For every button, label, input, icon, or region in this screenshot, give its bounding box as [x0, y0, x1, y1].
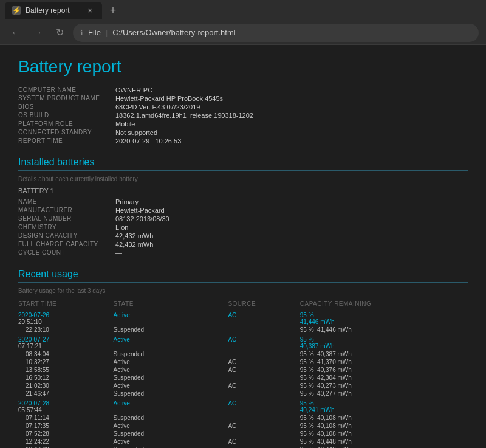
- usage-source: [228, 390, 299, 398]
- usage-source: [228, 414, 299, 422]
- platform-label: PLATFORM ROLE: [18, 120, 115, 128]
- usage-state: Active: [114, 438, 228, 446]
- usage-time: 07:17:35: [18, 422, 114, 430]
- bios-label: BIOS: [18, 103, 115, 111]
- tab-bar: ⚡ Battery report × +: [0, 0, 486, 21]
- usage-row: 21:46:47Suspended95 % 40,277 mWh: [18, 390, 468, 398]
- usage-capacity: 95 % 40,108 mWh: [300, 422, 468, 430]
- battery-info-value: 08132 2013/08/30: [115, 215, 169, 222]
- battery-info-value: LIon: [115, 224, 128, 231]
- battery-info-row: CYCLE COUNT—: [18, 249, 468, 257]
- tab-title: Battery report: [26, 6, 70, 15]
- usage-capacity: 95 %41,446 mWh: [300, 309, 468, 326]
- battery-info-row: SERIAL NUMBER08132 2013/08/30: [18, 215, 468, 222]
- usage-state: Suspended: [114, 390, 228, 398]
- battery-info-table: NAMEPrimaryMANUFACTURERHewlett-PackardSE…: [18, 198, 468, 257]
- tab-close-button[interactable]: ×: [85, 5, 95, 15]
- browser-window: ⚡ Battery report × + ← → ↻ ℹ File | C:/U…: [0, 0, 486, 448]
- usage-capacity: 95 % 40,448 mWh: [300, 446, 468, 448]
- usage-time: 07:52:28: [18, 430, 114, 438]
- battery-info-value: —: [115, 249, 122, 257]
- recent-usage-title: Recent usage: [18, 269, 468, 283]
- usage-col-header: SOURCE: [228, 299, 299, 309]
- usage-state: Active: [114, 382, 228, 390]
- usage-row: 21:02:30ActiveAC95 % 40,273 mWh: [18, 382, 468, 390]
- computer-name-value: OWNER-PC: [115, 86, 152, 94]
- tab-favicon: ⚡: [12, 6, 21, 15]
- reporttime-label: REPORT TIME: [18, 137, 115, 145]
- new-tab-button[interactable]: +: [104, 2, 122, 19]
- reload-button[interactable]: ↻: [51, 24, 68, 41]
- reporttime-date: 2020-07-29: [115, 137, 149, 145]
- usage-col-header: STATE: [114, 299, 228, 309]
- usage-capacity: 95 % 40,108 mWh: [300, 430, 468, 438]
- back-button[interactable]: ←: [7, 24, 24, 41]
- usage-source: AC: [228, 334, 299, 350]
- battery-info-label: CHEMISTRY: [18, 224, 115, 231]
- active-tab[interactable]: ⚡ Battery report ×: [5, 2, 102, 19]
- usage-time: 16:50:12: [18, 374, 114, 382]
- usage-time: 10:32:27: [18, 358, 114, 366]
- usage-source: [228, 350, 299, 358]
- usage-capacity: 95 % 40,387 mWh: [300, 350, 468, 358]
- battery-info-row: FULL CHARGE CAPACITY42,432 mWh: [18, 241, 468, 248]
- usage-col-header: START TIME: [18, 299, 114, 309]
- reporttime-time: 10:26:53: [155, 137, 181, 145]
- usage-capacity: 95 % 41,446 mWh: [300, 326, 468, 334]
- usage-time: 13:58:55: [18, 366, 114, 374]
- usage-state: Active: [114, 398, 228, 414]
- battery-info-label: DESIGN CAPACITY: [18, 232, 115, 240]
- usage-capacity: 95 % 40,273 mWh: [300, 382, 468, 390]
- reporttime-row: REPORT TIME 2020-07-29 10:26:53: [18, 137, 468, 145]
- installed-batteries-title: Installed batteries: [18, 157, 468, 171]
- reporttime-value: 2020-07-29 10:26:53: [115, 137, 181, 145]
- battery-info-row: CHEMISTRYLIon: [18, 224, 468, 231]
- battery-info-row: MANUFACTURERHewlett-Packard: [18, 207, 468, 214]
- usage-time: 21:02:30: [18, 382, 114, 390]
- bios-row: BIOS 68CPD Ver. F.43 07/23/2019: [18, 103, 468, 111]
- usage-row: 10:32:27ActiveAC95 % 41,370 mWh: [18, 358, 468, 366]
- usage-source: AC: [228, 358, 299, 366]
- usage-capacity: 95 % 40,108 mWh: [300, 414, 468, 422]
- usage-time: 22:28:10: [18, 326, 114, 334]
- usage-time: 21:46:47: [18, 390, 114, 398]
- platform-row: PLATFORM ROLE Mobile: [18, 120, 468, 128]
- usage-row: 07:11:14Suspended95 % 40,108 mWh: [18, 414, 468, 422]
- battery-info-value: 42,432 mWh: [115, 232, 153, 240]
- battery-info-label: CYCLE COUNT: [18, 249, 115, 257]
- recent-usage-note: Battery usage for the last 3 days: [18, 288, 468, 294]
- usage-capacity: 95 % 40,376 mWh: [300, 366, 468, 374]
- product-name-value: Hewlett-Packard HP ProBook 4545s: [115, 95, 223, 102]
- battery-info-row: NAMEPrimary: [18, 198, 468, 205]
- usage-capacity: 95 %40,241 mWh: [300, 398, 468, 414]
- battery-info-value: Primary: [115, 198, 139, 205]
- nav-bar: ← → ↻ ℹ File | C:/Users/Owner/battery-re…: [0, 21, 486, 45]
- usage-source: [228, 374, 299, 382]
- usage-capacity: 95 % 40,277 mWh: [300, 390, 468, 398]
- bios-value: 68CPD Ver. F.43 07/23/2019: [115, 103, 200, 111]
- battery-info-label: SERIAL NUMBER: [18, 215, 115, 222]
- usage-time: 13:47:00: [18, 446, 114, 448]
- address-bar[interactable]: ℹ File | C:/Users/Owner/battery-report.h…: [73, 24, 479, 42]
- usage-date: 2020-07-2620:51:10: [18, 309, 114, 326]
- usage-source: AC: [228, 422, 299, 430]
- osbuild-label: OS BUILD: [18, 112, 115, 119]
- system-info-table: COMPUTER NAME OWNER-PC SYSTEM PRODUCT NA…: [18, 86, 468, 145]
- usage-state: Active: [114, 366, 228, 374]
- battery-card-title: BATTERY 1: [18, 187, 468, 195]
- usage-row: 13:58:55ActiveAC95 % 40,376 mWh: [18, 366, 468, 374]
- usage-row: 22:28:10Suspended95 % 41,446 mWh: [18, 326, 468, 334]
- usage-state: Suspended: [114, 414, 228, 422]
- usage-capacity: 95 % 42,304 mWh: [300, 374, 468, 382]
- computer-name-row: COMPUTER NAME OWNER-PC: [18, 86, 468, 94]
- usage-state: Suspended: [114, 446, 228, 448]
- usage-time: 07:11:14: [18, 414, 114, 422]
- usage-source: [228, 430, 299, 438]
- forward-button[interactable]: →: [29, 24, 46, 41]
- usage-row: 2020-07-2805:57:44ActiveAC95 %40,241 mWh: [18, 398, 468, 414]
- battery-info-label: NAME: [18, 198, 115, 205]
- computer-name-label: COMPUTER NAME: [18, 86, 115, 94]
- battery-info-value: 42,432 mWh: [115, 241, 153, 248]
- usage-state: Active: [114, 309, 228, 326]
- installed-note: Details about each currently installed b…: [18, 176, 468, 182]
